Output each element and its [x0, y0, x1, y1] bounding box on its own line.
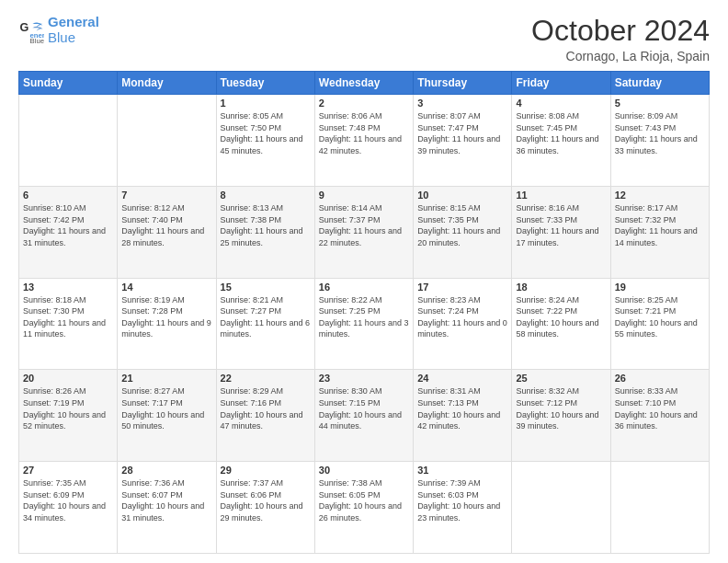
calendar-cell: 13Sunrise: 8:18 AM Sunset: 7:30 PM Dayli…: [19, 278, 118, 370]
day-info: Sunrise: 8:27 AM Sunset: 7:17 PM Dayligh…: [121, 385, 211, 431]
calendar-week-4: 20Sunrise: 8:26 AM Sunset: 7:19 PM Dayli…: [19, 370, 710, 462]
weekday-row: Sunday Monday Tuesday Wednesday Thursday…: [19, 72, 710, 95]
header-thursday: Thursday: [414, 72, 512, 95]
day-number: 5: [615, 98, 705, 109]
day-number: 13: [23, 282, 113, 293]
day-info: Sunrise: 8:33 AM Sunset: 7:10 PM Dayligh…: [615, 385, 705, 431]
day-info: Sunrise: 8:23 AM Sunset: 7:24 PM Dayligh…: [417, 294, 507, 340]
calendar-week-1: 1Sunrise: 8:05 AM Sunset: 7:50 PM Daylig…: [19, 95, 710, 187]
calendar-cell: 19Sunrise: 8:25 AM Sunset: 7:21 PM Dayli…: [610, 278, 709, 370]
day-info: Sunrise: 8:06 AM Sunset: 7:48 PM Dayligh…: [319, 110, 409, 156]
calendar-body: 1Sunrise: 8:05 AM Sunset: 7:50 PM Daylig…: [19, 95, 710, 554]
day-info: Sunrise: 7:36 AM Sunset: 6:07 PM Dayligh…: [121, 477, 211, 523]
day-number: 20: [23, 373, 113, 384]
day-number: 15: [221, 282, 311, 293]
day-number: 2: [319, 98, 409, 109]
day-number: 1: [221, 98, 311, 109]
day-number: 9: [319, 190, 409, 201]
calendar-cell: 1Sunrise: 8:05 AM Sunset: 7:50 PM Daylig…: [216, 95, 314, 187]
title-block: October 2024 Cornago, La Rioja, Spain: [531, 15, 710, 63]
calendar-cell: 12Sunrise: 8:17 AM Sunset: 7:32 PM Dayli…: [610, 186, 709, 278]
header-wednesday: Wednesday: [314, 72, 413, 95]
logo: G eneral Blue General Blue: [18, 15, 99, 45]
day-info: Sunrise: 8:14 AM Sunset: 7:37 PM Dayligh…: [319, 202, 409, 248]
calendar-cell: 9Sunrise: 8:14 AM Sunset: 7:37 PM Daylig…: [314, 186, 413, 278]
day-info: Sunrise: 8:25 AM Sunset: 7:21 PM Dayligh…: [615, 294, 705, 340]
day-info: Sunrise: 8:09 AM Sunset: 7:43 PM Dayligh…: [615, 110, 705, 156]
day-info: Sunrise: 8:17 AM Sunset: 7:32 PM Dayligh…: [615, 202, 705, 248]
calendar-cell: [610, 462, 709, 554]
day-info: Sunrise: 8:29 AM Sunset: 7:16 PM Dayligh…: [221, 385, 311, 431]
location: Cornago, La Rioja, Spain: [531, 49, 710, 63]
day-info: Sunrise: 8:24 AM Sunset: 7:22 PM Dayligh…: [516, 294, 606, 340]
day-number: 6: [23, 190, 113, 201]
day-info: Sunrise: 8:10 AM Sunset: 7:42 PM Dayligh…: [23, 202, 113, 248]
day-number: 31: [417, 465, 507, 476]
month-title: October 2024: [531, 15, 710, 47]
page: G eneral Blue General Blue October 2024 …: [0, 0, 728, 563]
calendar-header: Sunday Monday Tuesday Wednesday Thursday…: [19, 72, 710, 95]
logo-text: General Blue: [48, 15, 99, 45]
calendar-cell: 14Sunrise: 8:19 AM Sunset: 7:28 PM Dayli…: [118, 278, 216, 370]
day-number: 26: [615, 373, 705, 384]
calendar-week-2: 6Sunrise: 8:10 AM Sunset: 7:42 PM Daylig…: [19, 186, 710, 278]
logo-blue: Blue: [48, 29, 75, 45]
calendar-cell: 5Sunrise: 8:09 AM Sunset: 7:43 PM Daylig…: [610, 95, 709, 187]
calendar-cell: [118, 95, 216, 187]
day-number: 7: [121, 190, 211, 201]
calendar-cell: 29Sunrise: 7:37 AM Sunset: 6:06 PM Dayli…: [216, 462, 314, 554]
svg-text:Blue: Blue: [30, 37, 44, 43]
calendar-cell: 24Sunrise: 8:31 AM Sunset: 7:13 PM Dayli…: [414, 370, 512, 462]
day-info: Sunrise: 8:07 AM Sunset: 7:47 PM Dayligh…: [417, 110, 507, 156]
calendar-cell: 16Sunrise: 8:22 AM Sunset: 7:25 PM Dayli…: [314, 278, 413, 370]
day-number: 11: [516, 190, 606, 201]
calendar-table: Sunday Monday Tuesday Wednesday Thursday…: [18, 71, 710, 554]
day-info: Sunrise: 8:30 AM Sunset: 7:15 PM Dayligh…: [319, 385, 409, 431]
logo-general: General: [48, 14, 99, 29]
calendar-cell: 26Sunrise: 8:33 AM Sunset: 7:10 PM Dayli…: [610, 370, 709, 462]
calendar: Sunday Monday Tuesday Wednesday Thursday…: [18, 71, 710, 554]
calendar-cell: 28Sunrise: 7:36 AM Sunset: 6:07 PM Dayli…: [118, 462, 216, 554]
day-info: Sunrise: 7:38 AM Sunset: 6:05 PM Dayligh…: [319, 477, 409, 523]
calendar-week-3: 13Sunrise: 8:18 AM Sunset: 7:30 PM Dayli…: [19, 278, 710, 370]
header-saturday: Saturday: [610, 72, 709, 95]
day-info: Sunrise: 8:12 AM Sunset: 7:40 PM Dayligh…: [121, 202, 211, 248]
day-info: Sunrise: 7:35 AM Sunset: 6:09 PM Dayligh…: [23, 477, 113, 523]
header-tuesday: Tuesday: [216, 72, 314, 95]
day-number: 22: [221, 373, 311, 384]
calendar-cell: 4Sunrise: 8:08 AM Sunset: 7:45 PM Daylig…: [512, 95, 610, 187]
calendar-cell: 22Sunrise: 8:29 AM Sunset: 7:16 PM Dayli…: [216, 370, 314, 462]
day-info: Sunrise: 8:31 AM Sunset: 7:13 PM Dayligh…: [417, 385, 507, 431]
day-number: 24: [417, 373, 507, 384]
day-info: Sunrise: 8:16 AM Sunset: 7:33 PM Dayligh…: [516, 202, 606, 248]
calendar-cell: 7Sunrise: 8:12 AM Sunset: 7:40 PM Daylig…: [118, 186, 216, 278]
day-info: Sunrise: 8:05 AM Sunset: 7:50 PM Dayligh…: [221, 110, 311, 156]
day-info: Sunrise: 7:37 AM Sunset: 6:06 PM Dayligh…: [221, 477, 311, 523]
day-number: 18: [516, 282, 606, 293]
calendar-cell: 17Sunrise: 8:23 AM Sunset: 7:24 PM Dayli…: [414, 278, 512, 370]
day-info: Sunrise: 8:15 AM Sunset: 7:35 PM Dayligh…: [417, 202, 507, 248]
calendar-cell: 11Sunrise: 8:16 AM Sunset: 7:33 PM Dayli…: [512, 186, 610, 278]
day-number: 14: [121, 282, 211, 293]
header-sunday: Sunday: [19, 72, 118, 95]
day-number: 29: [221, 465, 311, 476]
calendar-cell: 27Sunrise: 7:35 AM Sunset: 6:09 PM Dayli…: [19, 462, 118, 554]
day-number: 8: [221, 190, 311, 201]
day-info: Sunrise: 8:32 AM Sunset: 7:12 PM Dayligh…: [516, 385, 606, 431]
calendar-cell: 15Sunrise: 8:21 AM Sunset: 7:27 PM Dayli…: [216, 278, 314, 370]
day-number: 21: [121, 373, 211, 384]
day-number: 17: [417, 282, 507, 293]
logo-icon: G eneral Blue: [18, 17, 44, 43]
day-number: 30: [319, 465, 409, 476]
calendar-cell: 23Sunrise: 8:30 AM Sunset: 7:15 PM Dayli…: [314, 370, 413, 462]
header-monday: Monday: [118, 72, 216, 95]
calendar-cell: 18Sunrise: 8:24 AM Sunset: 7:22 PM Dayli…: [512, 278, 610, 370]
calendar-cell: [512, 462, 610, 554]
day-number: 27: [23, 465, 113, 476]
day-info: Sunrise: 8:19 AM Sunset: 7:28 PM Dayligh…: [121, 294, 211, 340]
day-info: Sunrise: 8:22 AM Sunset: 7:25 PM Dayligh…: [319, 294, 409, 340]
day-info: Sunrise: 8:21 AM Sunset: 7:27 PM Dayligh…: [221, 294, 311, 340]
day-info: Sunrise: 8:26 AM Sunset: 7:19 PM Dayligh…: [23, 385, 113, 431]
calendar-cell: [19, 95, 118, 187]
day-number: 3: [417, 98, 507, 109]
